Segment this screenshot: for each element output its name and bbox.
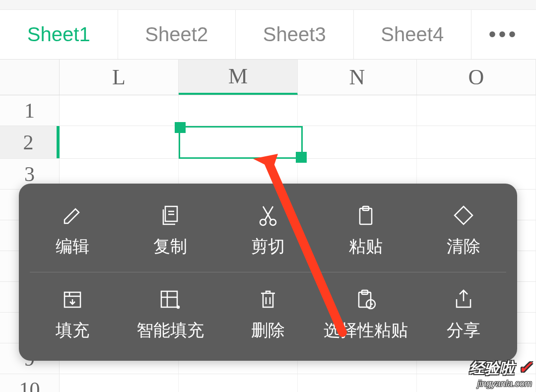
menu-paste[interactable]: 粘贴 bbox=[317, 197, 414, 263]
menu-label: 智能填充 bbox=[136, 319, 204, 342]
cell[interactable] bbox=[60, 374, 179, 392]
share-icon bbox=[452, 286, 475, 312]
fill-icon bbox=[61, 286, 84, 312]
erase-icon bbox=[452, 202, 475, 228]
menu-paste-special[interactable]: 选择性粘贴 bbox=[317, 281, 414, 347]
cell[interactable] bbox=[179, 374, 298, 392]
cell[interactable] bbox=[298, 374, 417, 392]
menu-label: 填充 bbox=[56, 319, 89, 342]
row-num-2[interactable]: 2 bbox=[0, 126, 60, 158]
cell[interactable] bbox=[417, 126, 536, 158]
row-num-10[interactable]: 10 bbox=[0, 374, 60, 392]
menu-clear[interactable]: 清除 bbox=[414, 197, 512, 263]
menu-divider bbox=[30, 272, 506, 272]
row-num-1[interactable]: 1 bbox=[0, 95, 60, 126]
cell[interactable] bbox=[417, 374, 536, 392]
svg-point-7 bbox=[177, 306, 179, 308]
context-menu: 编辑 复制 剪切 粘贴 清除 bbox=[19, 184, 517, 361]
col-header-L[interactable]: L bbox=[60, 60, 179, 95]
menu-share[interactable]: 分享 bbox=[414, 281, 512, 347]
menu-label: 删除 bbox=[251, 319, 285, 342]
tab-sheet1[interactable]: Sheet1 bbox=[0, 10, 118, 59]
menu-smart-fill[interactable]: 智能填充 bbox=[122, 281, 219, 347]
column-headers: L M N O bbox=[0, 60, 536, 95]
svg-point-1 bbox=[260, 219, 266, 225]
menu-label: 编辑 bbox=[56, 235, 89, 258]
cut-icon bbox=[256, 202, 280, 228]
col-header-N[interactable]: N bbox=[298, 60, 417, 95]
menu-copy[interactable]: 复制 bbox=[122, 197, 219, 263]
svg-rect-6 bbox=[161, 291, 177, 307]
cell[interactable] bbox=[298, 126, 417, 158]
copy-icon bbox=[158, 202, 182, 228]
menu-fill[interactable]: 填充 bbox=[24, 281, 122, 347]
menu-cut[interactable]: 剪切 bbox=[219, 197, 317, 263]
menu-label: 分享 bbox=[447, 319, 480, 342]
tab-sheet3[interactable]: Sheet3 bbox=[236, 10, 354, 59]
col-header-O[interactable]: O bbox=[417, 60, 536, 95]
paste-icon bbox=[354, 202, 378, 228]
svg-point-2 bbox=[270, 219, 276, 225]
cell[interactable] bbox=[298, 95, 417, 126]
menu-label: 粘贴 bbox=[349, 235, 383, 258]
cell[interactable] bbox=[179, 95, 298, 126]
row-10: 10 bbox=[0, 374, 536, 392]
col-header-M[interactable]: M bbox=[179, 60, 298, 95]
paste-special-icon bbox=[354, 286, 378, 312]
row-2: 2 bbox=[0, 126, 536, 159]
edit-icon bbox=[61, 202, 84, 228]
tab-sheet2[interactable]: Sheet2 bbox=[118, 10, 236, 59]
tab-sheet4[interactable]: Sheet4 bbox=[354, 10, 472, 59]
menu-delete[interactable]: 删除 bbox=[219, 281, 317, 347]
cell[interactable] bbox=[60, 95, 179, 126]
top-spacer bbox=[0, 0, 536, 10]
tabs-more-button[interactable]: ••• bbox=[471, 10, 536, 59]
menu-label: 剪切 bbox=[251, 235, 285, 258]
row-1: 1 bbox=[0, 95, 536, 126]
corner-spacer bbox=[0, 60, 60, 95]
cell[interactable] bbox=[417, 95, 536, 126]
menu-label: 清除 bbox=[447, 235, 480, 258]
cell-selected[interactable] bbox=[179, 126, 298, 158]
menu-label: 选择性粘贴 bbox=[324, 319, 408, 342]
delete-icon bbox=[256, 286, 280, 312]
menu-row-1: 编辑 复制 剪切 粘贴 清除 bbox=[19, 197, 517, 263]
smart-fill-icon bbox=[158, 286, 182, 312]
menu-edit[interactable]: 编辑 bbox=[24, 197, 122, 263]
menu-label: 复制 bbox=[153, 235, 187, 258]
cell[interactable] bbox=[60, 126, 179, 158]
menu-row-2: 填充 智能填充 删除 选择性粘贴 分享 bbox=[19, 281, 517, 347]
sheet-tabs: Sheet1 Sheet2 Sheet3 Sheet4 ••• bbox=[0, 10, 536, 60]
